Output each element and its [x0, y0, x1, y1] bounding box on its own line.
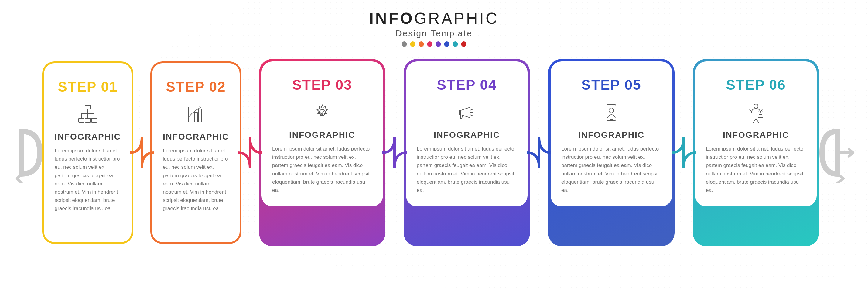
connector-3-4: [382, 137, 407, 168]
dot-5: [436, 42, 441, 47]
step-6-label: STEP 06: [726, 77, 786, 93]
step-1-label: STEP 01: [58, 78, 118, 95]
step-1-infographic: INFOGRAPHIC: [55, 132, 121, 142]
connector-2-3: [238, 137, 262, 168]
svg-rect-11: [190, 116, 193, 122]
svg-line-17: [470, 109, 473, 110]
step-2-icon: [184, 102, 208, 127]
step-4-icon: [455, 100, 479, 125]
title-info: INFO: [369, 9, 414, 27]
svg-rect-12: [194, 112, 197, 122]
header-subtitle: Design Template: [396, 29, 472, 38]
connector-4-5: [527, 137, 551, 168]
step-6-icon: [744, 100, 768, 125]
step-5-icon: [599, 100, 623, 125]
step-card-6: STEP 06: [693, 59, 819, 246]
connector-5-6: [672, 137, 696, 168]
svg-line-24: [749, 109, 751, 112]
step-3-icon: [310, 100, 334, 125]
step-6-text: Lorem ipsum dolor sit amet, ludus perfec…: [706, 145, 806, 194]
svg-point-20: [609, 108, 614, 113]
svg-line-27: [756, 118, 759, 123]
svg-line-26: [753, 118, 756, 123]
dot-3: [418, 42, 424, 47]
title-graphic: GRAPHIC: [414, 9, 499, 27]
step-3-infographic: INFOGRAPHIC: [289, 130, 355, 140]
svg-rect-1: [79, 118, 84, 122]
svg-rect-2: [85, 118, 91, 122]
step-4-text: Lorem ipsum dolor sit amet, ludus perfec…: [417, 145, 517, 194]
dot-6: [444, 42, 450, 47]
dot-1: [402, 42, 407, 47]
svg-rect-15: [459, 110, 461, 115]
step-2-infographic: INFOGRAPHIC: [163, 132, 229, 142]
step-5-text: Lorem ipsum dolor sit amet, ludus perfec…: [561, 145, 661, 194]
steps-wrapper: STEP 01 INFOGRAPHIC Lorem ipsum dolor si…: [0, 59, 868, 246]
header: INFOGRAPHIC Design Template: [369, 9, 499, 47]
svg-rect-0: [85, 105, 91, 109]
step-5-infographic: INFOGRAPHIC: [578, 130, 645, 140]
step-6-infographic: INFOGRAPHIC: [723, 130, 789, 140]
svg-rect-13: [198, 109, 202, 122]
step-card-3: STEP 03 INFOGRAPHIC Lorem ipsum dolor si…: [259, 59, 385, 246]
dot-4: [427, 42, 432, 47]
step-4-label: STEP 04: [437, 77, 497, 93]
svg-line-18: [470, 115, 473, 116]
right-arrow: [819, 107, 856, 198]
step-card-1: STEP 01 INFOGRAPHIC Lorem ipsum dolor si…: [42, 61, 133, 244]
svg-point-22: [754, 104, 758, 108]
step-3-text: Lorem ipsum dolor sit amet, ludus perfec…: [272, 145, 372, 194]
left-arrow: [12, 107, 43, 198]
connector-1-2: [130, 137, 154, 168]
dot-7: [453, 42, 458, 47]
header-title: INFOGRAPHIC: [369, 9, 499, 27]
step-5-label: STEP 05: [581, 77, 641, 93]
step-card-5: STEP 05 INFOGRAPHIC Lorem ipsum dolor si…: [548, 59, 675, 246]
header-dots: [402, 42, 466, 47]
step-1-icon: [75, 102, 100, 127]
step-card-4: STEP 04 INFOGRAPHIC Lorem ipsum dolor si…: [404, 59, 530, 246]
step-2-text: Lorem ipsum dolor sit amet, ludus perfec…: [163, 146, 229, 213]
step-card-2: STEP 02 INFOGRAPHIC Lorem ipsum dolor si…: [150, 61, 242, 244]
dot-8: [461, 42, 466, 47]
main-container: INFOGRAPHIC Design Template STEP 01: [0, 0, 868, 298]
step-1-text: Lorem ipsum dolor sit amet, ludus perfec…: [55, 146, 121, 213]
step-4-infographic: INFOGRAPHIC: [434, 130, 500, 140]
dot-2: [410, 42, 415, 47]
step-2-label: STEP 02: [166, 78, 226, 95]
step-3-label: STEP 03: [292, 77, 352, 93]
svg-rect-3: [91, 118, 97, 122]
